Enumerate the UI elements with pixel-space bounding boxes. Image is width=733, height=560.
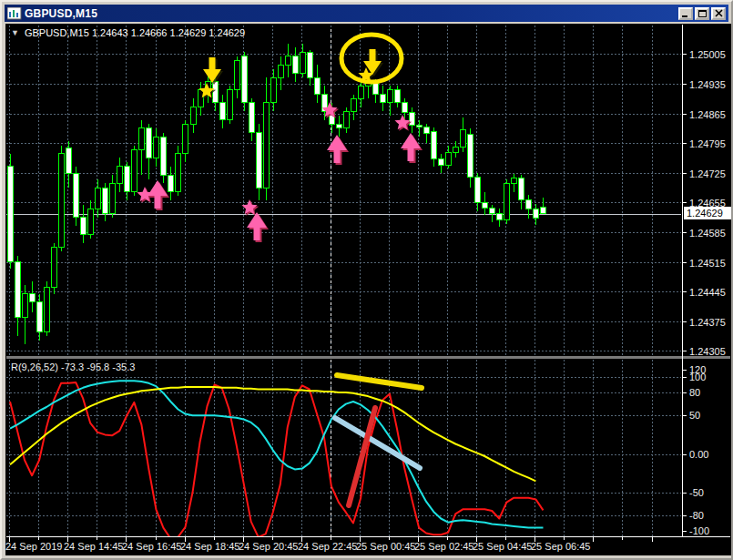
candles-layer [8,44,546,345]
candle-body [8,167,14,262]
time-axis-label: 25 Sep 06:45 [531,541,590,552]
oscillator-line-mid [10,381,544,527]
candle-body [337,124,342,128]
candle-body [417,125,422,127]
signal-arrow-up [247,212,269,242]
candle-body [519,178,524,199]
candle-body [52,247,57,287]
candle-body [154,137,159,158]
indicator-axis-label: -50 [689,487,704,498]
current-price-label: 1.24629 [684,207,733,219]
trendline-annotation-1[interactable] [335,418,420,468]
candle-body [475,177,481,202]
signals-layer [137,49,422,242]
candle-body [23,294,28,318]
mt4-window: GBPUSD,M15 1.250051.249351.248651.247951… [0,0,733,560]
candle-body [103,188,108,213]
signal-arrow-up [148,180,169,210]
candle-body [388,90,393,103]
candle-body [461,129,466,148]
axes-layer[interactable]: 1.250051.249351.248651.247951.247251.246… [5,49,726,553]
price-axis-label: 1.24305 [689,346,726,357]
price-axis-label: 1.24865 [689,109,726,120]
indicator-axis-label: 0.00 [689,449,708,460]
signal-arrow-down [203,57,223,85]
signal-arrow-up [401,133,422,163]
candle-body [483,202,488,208]
candle-body [359,86,364,98]
candle-body [293,56,299,74]
candle-body [176,154,181,192]
candle-body [81,218,87,235]
grid-layer [6,25,681,536]
candle-body [37,302,43,332]
candle-body [66,148,72,173]
candle-body [300,52,306,73]
candle-body [15,262,21,318]
candle-body [110,183,116,213]
candle-body [88,209,94,234]
maximize-icon [698,9,707,17]
ohlc-text: GBPUSD,M15 1.24643 1.24666 1.24629 1.246… [25,27,245,38]
oscillator-layer [10,381,544,538]
candle-body [468,135,473,178]
candle-body [541,208,546,214]
minimize-icon [682,10,689,17]
candle-body [96,188,101,209]
price-axis-label: 1.24515 [689,258,726,269]
indicator-axis-label: 100 [689,372,706,382]
titlebar[interactable]: GBPUSD,M15 [5,5,728,22]
time-axis-label: 24 Sep 16:45 [122,541,181,552]
candle-body [534,209,539,218]
time-axis-label: 24 Sep 20:45 [239,541,298,552]
candle-body [183,124,188,154]
indicator-label: R(9,26,52) -73.3 -95.8 -35.3 [11,361,135,372]
candle-body [490,208,495,214]
candle-body [395,90,401,103]
candle-body [279,65,284,77]
candle-body [168,175,174,192]
candle-body [147,128,152,158]
candle-body [199,90,204,107]
candle-body [139,128,145,149]
candle-body [453,148,459,153]
close-icon [715,9,723,17]
candle-body [315,77,321,95]
candle-body [249,103,255,133]
close-button[interactable] [711,7,726,20]
price-axis-label: 1.24935 [689,79,726,90]
candle-body [344,111,350,128]
price-axis-label: 1.25005 [689,49,726,60]
candle-body [497,214,503,219]
candle-body [213,82,219,103]
window-title: GBPUSD,M15 [25,7,678,20]
candle-body [257,133,262,188]
minimize-button[interactable] [678,7,693,20]
candle-body [504,183,510,219]
time-axis-label: 25 Sep 02:45 [414,541,473,552]
candle-body [132,149,137,192]
candle-body [161,137,167,175]
candle-body [191,107,197,125]
candle-body [286,56,291,65]
time-axis-label: 24 Sep 18:45 [180,541,239,552]
annotations-layer [335,35,422,505]
candle-body [439,158,444,165]
price-axis-label: 1.24725 [689,168,726,179]
candle-body [271,77,277,103]
candle-body [74,173,79,217]
indicator-axis-label: 80 [689,387,700,398]
candle-body [117,167,123,184]
candle-body [432,132,437,159]
candle-body [59,154,65,247]
chart-canvas[interactable]: 1.250051.249351.248651.247951.247251.246… [2,2,733,560]
candle-body [30,294,36,302]
chart-ohlc-header: ▼ GBPUSD,M15 1.24643 1.24666 1.24629 1.2… [11,27,245,38]
collapse-triangle-icon[interactable]: ▼ [11,28,19,37]
price-axis-label: 1.24585 [689,228,726,239]
candle-body [446,152,452,165]
time-axis-label: 25 Sep 04:45 [473,541,532,552]
candle-body [45,288,50,332]
candle-body [526,199,532,209]
maximize-button[interactable] [695,7,709,20]
